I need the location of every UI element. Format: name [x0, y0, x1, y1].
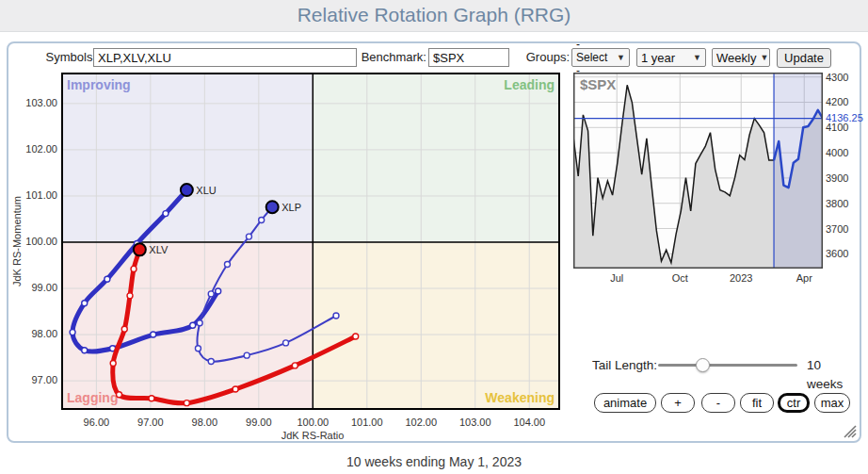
axis-tick-label: 4200 — [826, 96, 867, 107]
resize-handle-icon[interactable] — [841, 422, 858, 439]
axis-tick-label: 3900 — [826, 172, 867, 184]
rrg-x-axis-title: JdK RS-Ratio — [218, 430, 407, 441]
chevron-down-icon: ▼ — [617, 53, 625, 62]
axis-tick-label: 2023 — [724, 272, 758, 284]
frequency-select[interactable]: Weekly ▼ — [712, 48, 770, 67]
title-bar: Relative Rotation Graph (RRG) — [0, 0, 868, 32]
symbols-input[interactable] — [93, 48, 357, 67]
groups-select[interactable]: - Select - ▼ — [571, 48, 630, 67]
axis-tick-label: 4000 — [826, 147, 867, 158]
ctr-button[interactable]: ctr — [778, 393, 810, 413]
tail-length-value: 10 weeks — [807, 356, 860, 394]
period-select[interactable]: 1 year ▼ — [636, 48, 706, 67]
symbol-label: XLU — [196, 185, 216, 196]
quadrant-label: Improving — [67, 77, 131, 92]
page-title: Relative Rotation Graph (RRG) — [0, 0, 868, 30]
marker-XLU — [181, 184, 193, 196]
axis-tick-label: Apr — [787, 272, 821, 284]
benchmark-input[interactable] — [428, 48, 509, 67]
axis-tick-label: 3600 — [826, 248, 867, 259]
animate-button[interactable]: animate — [594, 393, 656, 413]
rrg-chart[interactable]: ImprovingLeadingLaggingWeakeningXLUXLPXL… — [61, 73, 560, 410]
update-button[interactable]: Update — [777, 48, 831, 68]
tail-length-label: Tail Length: — [592, 356, 657, 375]
axis-tick-label: 100.00 — [16, 236, 57, 247]
axis-tick-label: 99.00 — [238, 417, 280, 428]
axis-tick-label: Oct — [663, 272, 697, 284]
axis-tick-label: 98.00 — [16, 328, 57, 339]
axis-tick-label: 100.00 — [292, 417, 333, 428]
axis-tick-label: 4300 — [826, 72, 867, 83]
symbols-label: Symbols: — [38, 48, 96, 67]
axis-tick-label: 97.00 — [130, 417, 171, 428]
chevron-down-icon: ▼ — [693, 53, 701, 62]
chevron-down-icon: ▼ — [760, 53, 768, 62]
axis-tick-label: 4136.25 — [826, 112, 868, 123]
axis-tick-label: 4100 — [826, 122, 867, 133]
max-button[interactable]: max — [814, 393, 850, 413]
zoom-in-button[interactable]: + — [661, 393, 695, 413]
symbol-label: XLP — [281, 202, 301, 213]
zoom-out-button[interactable]: - — [701, 393, 735, 413]
period-select-value: 1 year — [641, 51, 675, 65]
marker-XLV — [134, 243, 146, 255]
groups-select-value: - Select - — [576, 38, 613, 77]
axis-tick-label: 101.00 — [346, 417, 388, 428]
fit-button[interactable]: fit — [740, 393, 774, 413]
axis-tick-label: 102.00 — [400, 417, 442, 428]
axis-tick-label: 98.00 — [184, 417, 225, 428]
tail-length-slider-thumb[interactable] — [696, 358, 710, 372]
marker-XLP — [266, 201, 279, 213]
tail-length-slider-track[interactable] — [658, 364, 797, 367]
groups-label: Groups: — [522, 48, 570, 67]
footer-caption: 10 weeks ending May 1, 2023 — [0, 454, 868, 469]
symbol-label: XLV — [149, 244, 169, 255]
axis-tick-label: Jul — [600, 272, 634, 284]
axis-tick-label: 99.00 — [16, 282, 57, 293]
axis-tick-label: 96.00 — [75, 417, 117, 428]
axis-tick-label: 3800 — [826, 198, 867, 209]
quadrant-label: Weakening — [485, 390, 555, 405]
axis-tick-label: 101.00 — [16, 189, 57, 201]
axis-tick-label: 103.00 — [16, 97, 57, 108]
axis-tick-label: 97.00 — [16, 374, 57, 385]
benchmark-label: Benchmark: — [361, 48, 426, 67]
axis-tick-label: 104.00 — [508, 417, 550, 428]
quadrant-label: Leading — [504, 77, 555, 92]
axis-tick-label: 3700 — [826, 223, 867, 235]
spx-chart[interactable]: $SPX — [573, 73, 823, 269]
rrg-widget: Symbols: Benchmark: Groups: - Select - ▼… — [7, 41, 861, 443]
frequency-select-value: Weekly — [716, 51, 756, 65]
axis-tick-label: 103.00 — [455, 417, 496, 428]
axis-tick-label: 102.00 — [16, 143, 57, 155]
spx-symbol-label: $SPX — [580, 76, 616, 92]
quadrant-label: Lagging — [67, 390, 118, 405]
